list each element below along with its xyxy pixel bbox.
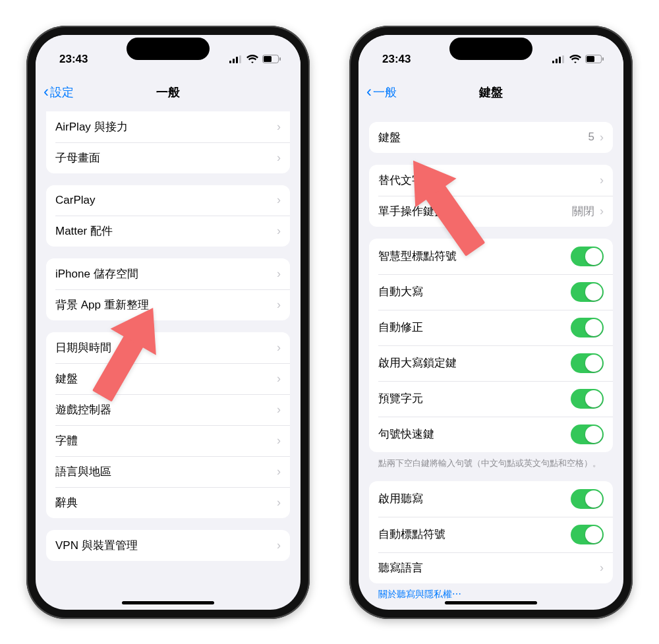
chevron-right-icon: › [277,341,281,355]
row-label: 自動大寫 [378,284,423,299]
status-time: 23:43 [59,53,88,66]
chevron-right-icon: › [277,496,281,510]
toggle-switch[interactable] [571,282,604,302]
phone-mockup-general: 23:43 ‹ 設定 一般 AirPlay 與接力› [26,26,310,619]
row-label: 字體 [55,433,78,448]
row-airplay[interactable]: AirPlay 與接力› [46,111,290,142]
row-label: 句號快速鍵 [378,426,434,442]
chevron-right-icon: › [277,193,281,207]
svg-rect-15 [602,57,604,61]
toggle-switch[interactable] [571,247,604,266]
row-detail: 關閉 [572,204,594,219]
row-dictionary[interactable]: 辭典› [46,487,290,518]
group-text-options: 替代文字 › 單手操作鍵盤 關閉 › [369,165,613,227]
home-indicator[interactable] [445,601,537,604]
row-fonts[interactable]: 字體› [46,425,290,456]
back-button[interactable]: ‹ 設定 [43,84,74,100]
cellular-icon [552,55,565,63]
back-button[interactable]: ‹ 一般 [366,84,397,100]
row-label: 辭典 [55,495,78,510]
row-language-region[interactable]: 語言與地區› [46,456,290,487]
row-pip[interactable]: 子母畫面› [46,142,290,173]
svg-rect-11 [559,57,561,63]
row-text-replacement[interactable]: 替代文字 › [369,165,613,196]
svg-rect-12 [562,55,564,63]
cellular-icon [229,55,243,63]
chevron-right-icon: › [277,298,281,312]
toggle-switch[interactable] [571,389,604,409]
row-label: AirPlay 與接力 [55,119,128,134]
home-indicator[interactable] [122,601,214,604]
privacy-link[interactable]: 關於聽寫與隱私權⋯ [369,583,613,600]
status-right [552,55,604,63]
dynamic-island [449,38,532,60]
row-one-handed[interactable]: 單手操作鍵盤 關閉 › [369,196,613,227]
status-right [229,55,281,63]
toggle-switch[interactable] [571,525,604,544]
group-display: AirPlay 與接力› 子母畫面› [46,111,290,173]
svg-rect-9 [552,61,554,63]
chevron-left-icon: ‹ [43,84,49,100]
row-label: 鍵盤 [378,130,401,145]
settings-content[interactable]: AirPlay 與接力› 子母畫面› CarPlay› Matter 配件› i… [36,107,301,610]
row-label: 子母畫面 [55,150,100,165]
row-auto-punctuation: 自動標點符號 [369,517,613,552]
phone-mockup-keyboard: 23:43 ‹ 一般 鍵盤 鍵 [349,26,633,619]
row-label: 鍵盤 [55,371,78,386]
back-label: 一般 [373,84,397,100]
svg-rect-3 [239,55,241,63]
nav-title: 鍵盤 [358,84,623,100]
row-storage[interactable]: iPhone 儲存空間› [46,258,290,289]
nav-bar: ‹ 一般 鍵盤 [358,77,623,107]
chevron-right-icon: › [277,403,281,417]
row-label: 啟用大寫鎖定鍵 [378,355,457,370]
row-smart-punctuation: 智慧型標點符號 [369,239,613,274]
chevron-right-icon: › [600,204,604,218]
chevron-right-icon: › [277,434,281,448]
svg-rect-2 [236,57,238,63]
row-date-time[interactable]: 日期與時間› [46,332,290,363]
keyboard-content[interactable]: 鍵盤 5 › 替代文字 › 單手操作鍵盤 關閉 › [358,107,623,610]
group-storage: iPhone 儲存空間› 背景 App 重新整理› [46,258,290,320]
row-label: Matter 配件 [55,223,113,239]
row-vpn[interactable]: VPN 與裝置管理› [46,530,290,561]
row-carplay[interactable]: CarPlay› [46,185,290,216]
row-label: 替代文字 [378,173,423,188]
nav-title: 一般 [36,84,301,100]
svg-rect-14 [587,56,594,62]
battery-icon [262,55,281,63]
row-keyboards[interactable]: 鍵盤 5 › [369,122,613,153]
row-label: 語言與地區 [55,464,111,479]
group-footer: 點兩下空白鍵將輸入句號（中文句點或英文句點和空格）。 [369,452,613,469]
wifi-icon [569,55,581,63]
row-enable-dictation: 啟用聽寫 [369,481,613,517]
row-label: 單手操作鍵盤 [378,204,445,219]
row-background-refresh[interactable]: 背景 App 重新整理› [46,289,290,320]
row-label: 遊戲控制器 [55,402,111,417]
toggle-switch[interactable] [571,318,604,337]
row-keyboard[interactable]: 鍵盤› [46,363,290,394]
row-label: 聽寫語言 [378,560,423,575]
group-keyboards-list: 鍵盤 5 › [369,122,613,153]
toggle-switch[interactable] [571,489,604,509]
row-dictation-language[interactable]: 聽寫語言› [369,552,613,583]
svg-rect-1 [233,59,235,63]
row-auto-capitalize: 自動大寫 [369,274,613,310]
row-game-controller[interactable]: 遊戲控制器› [46,394,290,425]
toggle-switch[interactable] [571,424,604,444]
row-caps-lock: 啟用大寫鎖定鍵 [369,345,613,381]
svg-rect-10 [556,59,558,63]
chevron-right-icon: › [277,224,281,238]
group-vpn: VPN 與裝置管理› [46,530,290,561]
chevron-right-icon: › [277,372,281,386]
row-label: 啟用聽寫 [378,491,423,506]
group-dictation: 啟用聽寫 自動標點符號 聽寫語言› [369,481,613,583]
chevron-right-icon: › [277,267,281,281]
row-label: CarPlay [55,194,95,207]
toggle-switch[interactable] [571,353,604,373]
group-typing-toggles: 智慧型標點符號 自動大寫 自動修正 啟用大寫鎖定鍵 預覽字元 句號快速鍵 [369,239,613,452]
row-label: 日期與時間 [55,340,111,355]
dynamic-island [127,38,210,60]
row-matter[interactable]: Matter 配件› [46,216,290,247]
battery-icon [585,55,604,63]
